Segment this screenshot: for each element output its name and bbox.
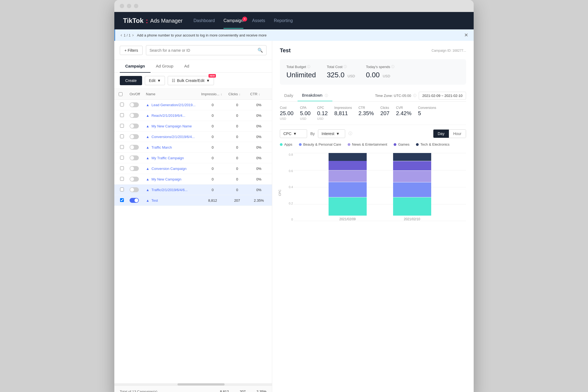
- row-checkbox-cell: [117, 121, 127, 131]
- row-checkbox[interactable]: [120, 156, 124, 160]
- filter-button[interactable]: + Filters: [120, 46, 143, 55]
- y-axis-label: CPC: [278, 187, 281, 198]
- table-row: ▲ Conversion Campaign 0 0 0%: [114, 163, 272, 174]
- total-budget-info-icon: ⓘ: [307, 65, 310, 69]
- row-clicks: 0: [226, 111, 248, 120]
- row-toggle[interactable]: [130, 166, 139, 171]
- row-clicks: 207: [226, 196, 248, 205]
- legend-dot-news: [348, 143, 350, 146]
- edit-button[interactable]: Edit ▼: [145, 76, 165, 85]
- row-name: ▲ My New Campaign: [144, 174, 199, 184]
- brand-colon: :: [146, 17, 148, 25]
- row-checkbox[interactable]: [120, 177, 124, 181]
- sort-impressions-icon[interactable]: ↕: [220, 93, 222, 96]
- row-checkbox[interactable]: [120, 166, 124, 170]
- create-button[interactable]: Create: [120, 76, 142, 85]
- row-checkbox[interactable]: [120, 103, 124, 106]
- row-toggle[interactable]: [130, 177, 139, 182]
- brand-logo: TikTok : Ads Manager: [123, 17, 183, 25]
- row-checkbox[interactable]: [120, 198, 124, 202]
- browser-titlebar: [114, 0, 474, 12]
- campaign-badge: +: [242, 17, 247, 22]
- row-name: ▲ Test: [144, 196, 199, 205]
- footer-impressions: 8,812: [220, 390, 229, 392]
- row-clicks: 0: [226, 185, 248, 195]
- sort-ctr-icon[interactable]: ↕: [259, 93, 260, 96]
- chevron-down-icon: ▼: [293, 131, 297, 136]
- row-checkbox[interactable]: [120, 145, 124, 149]
- table-row: ▲ Test 8,812 207 2.35%: [114, 195, 272, 206]
- notif-counter: 1 / 1: [124, 33, 130, 37]
- row-checkbox[interactable]: [120, 124, 124, 128]
- nav-items: Dashboard Campaign + Assets Reporting: [194, 13, 465, 29]
- horizontal-scrollbar[interactable]: [114, 383, 272, 385]
- date-range-picker[interactable]: 2021-02-09 ~ 2021-02-10: [419, 92, 466, 100]
- row-ctr: 0%: [248, 153, 270, 163]
- notif-next-button[interactable]: ›: [132, 33, 134, 38]
- tab-adgroup[interactable]: Ad Group: [151, 60, 179, 73]
- row-checkbox-cell: [117, 185, 127, 195]
- main-layout: + Filters 🔍 Campaign Ad Group Ad Create: [114, 41, 474, 392]
- metric-select[interactable]: CPC ▼: [280, 129, 307, 138]
- hour-button[interactable]: Hour: [449, 130, 466, 138]
- th-impressions: Impressio... ↕: [199, 89, 226, 99]
- row-toggle-cell: [127, 142, 144, 152]
- chart-controls-bar: CPC ▼ By Interest ▼ ⓘ Day Hour: [280, 129, 466, 138]
- nav-campaign[interactable]: Campaign +: [223, 13, 243, 29]
- legend-games: Games: [394, 142, 409, 146]
- nav-assets[interactable]: Assets: [252, 13, 265, 29]
- row-clicks: 0: [226, 121, 248, 131]
- row-toggle[interactable]: [130, 102, 139, 107]
- bar-beauty-feb09: [329, 182, 367, 197]
- row-name: ▲ Traffic March: [144, 143, 199, 152]
- today-spends-value: 0.00 USD: [366, 71, 394, 79]
- sort-clicks-icon[interactable]: ↕: [239, 93, 241, 96]
- row-checkbox[interactable]: [120, 134, 124, 138]
- campaign-title-bar: Test Campaign ID: 168277...: [280, 47, 466, 54]
- timezone-info-icon: ⓘ: [413, 93, 416, 98]
- row-ctr: 0%: [248, 143, 270, 152]
- row-checkbox[interactable]: [120, 113, 124, 117]
- tab-ad[interactable]: Ad: [179, 60, 195, 73]
- nav-reporting[interactable]: Reporting: [274, 13, 293, 29]
- scroll-thumb[interactable]: [177, 383, 225, 385]
- campaign-toolbar: Create Edit ▼ ☷ Bulk Create/Edit ▼ NEW: [114, 73, 272, 89]
- campaign-icon: ▲: [146, 103, 149, 107]
- row-checkbox[interactable]: [120, 188, 124, 191]
- chevron-down-icon: ▼: [336, 131, 340, 136]
- nav-dashboard[interactable]: Dashboard: [194, 13, 215, 29]
- chevron-down-icon: ▼: [157, 78, 161, 83]
- table-row: ▲ Lead Generation/2/1/2019... 0 0 0%: [114, 100, 272, 110]
- notif-message: Add a phone number to your account to lo…: [137, 33, 267, 37]
- today-spends-info-icon: ⓘ: [391, 65, 394, 69]
- bulk-create-edit-button[interactable]: ☷ Bulk Create/Edit ▼ NEW: [168, 76, 214, 85]
- row-toggle[interactable]: [130, 187, 139, 192]
- row-impressions: 0: [199, 143, 226, 152]
- notification-bar: ‹ 1 / 1 › Add a phone number to your acc…: [114, 29, 474, 41]
- notif-close-button[interactable]: ✕: [464, 32, 468, 38]
- row-ctr: 0%: [248, 132, 270, 142]
- notif-prev-button[interactable]: ‹: [121, 33, 122, 38]
- row-toggle[interactable]: [130, 198, 139, 203]
- tab-daily[interactable]: Daily: [280, 90, 298, 101]
- row-toggle[interactable]: [130, 145, 139, 150]
- brand-ads: Ads Manager: [150, 18, 183, 24]
- row-toggle[interactable]: [130, 124, 139, 128]
- search-input[interactable]: [149, 48, 255, 53]
- row-toggle[interactable]: [130, 155, 139, 160]
- row-checkbox-cell: [117, 100, 127, 110]
- campaign-table: On/Off Name Impressio... ↕ Clicks ↕ CTR: [114, 89, 272, 383]
- tab-breakdown[interactable]: Breakdown ⓘ: [298, 90, 332, 101]
- tab-campaign[interactable]: Campaign: [120, 60, 151, 73]
- day-hour-toggle: Day Hour: [433, 129, 466, 138]
- breakdown-select[interactable]: Interest ▼: [318, 129, 345, 138]
- select-all-checkbox[interactable]: [119, 92, 122, 96]
- day-button[interactable]: Day: [433, 130, 449, 138]
- notification-nav: ‹ 1 / 1 ›: [121, 33, 134, 38]
- row-impressions: 0: [199, 111, 226, 120]
- row-name: ▲ My New Campaign Name: [144, 121, 199, 131]
- row-toggle[interactable]: [130, 113, 139, 118]
- row-toggle-cell: [127, 121, 144, 131]
- bar-feb09-label: 2021/02/09: [339, 217, 356, 221]
- row-toggle[interactable]: [130, 134, 139, 139]
